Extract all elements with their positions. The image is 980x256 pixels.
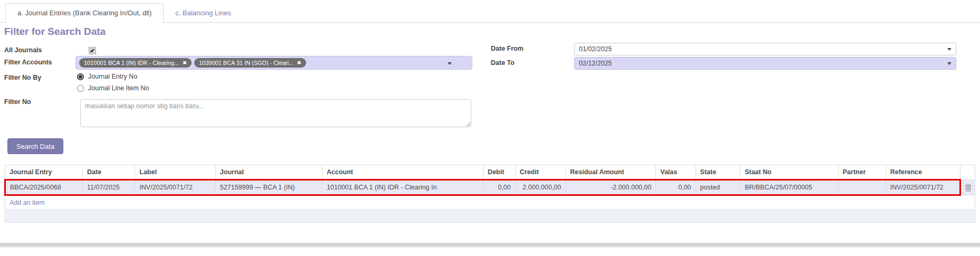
add-item-row: Add an item bbox=[5, 195, 975, 210]
tab-bar: a. Journal Entries (Bank Clearing In/Out… bbox=[0, 3, 980, 23]
col-state[interactable]: State bbox=[696, 165, 740, 180]
radio-journal-entry-no[interactable]: Journal Entry No bbox=[77, 73, 137, 80]
page: a. Journal Entries (Bank Clearing In/Out… bbox=[0, 0, 980, 256]
cell-date[interactable]: 11/07/2025 bbox=[83, 180, 135, 195]
col-delete bbox=[960, 165, 975, 180]
radio-unselected-icon[interactable] bbox=[77, 85, 84, 92]
caret-down-icon[interactable] bbox=[947, 48, 952, 51]
trash-icon bbox=[965, 184, 972, 192]
col-residual-amount[interactable]: Residual Amount bbox=[566, 165, 656, 180]
date-from-label: Date From bbox=[491, 45, 524, 52]
filter-accounts-label: Filter Accounts bbox=[4, 59, 52, 66]
cell-label[interactable]: INV/2025/0071/72 bbox=[135, 180, 216, 195]
tag-remove-icon[interactable]: ✖ bbox=[183, 58, 187, 68]
account-tag-label: 1039001 BCA 31 IN (SGD) - Cleari... bbox=[199, 58, 293, 68]
filter-no-input[interactable] bbox=[80, 99, 471, 127]
radio-journal-line-item-no[interactable]: Journal Line Item No bbox=[77, 84, 149, 92]
radio-selected-icon[interactable] bbox=[77, 73, 84, 80]
col-journal-entry[interactable]: Journal Entry bbox=[5, 165, 83, 180]
cell-account[interactable]: 1010001 BCA 1 (IN) IDR - Clearing In bbox=[322, 180, 483, 195]
col-debit[interactable]: Debit bbox=[483, 165, 516, 180]
cell-debit[interactable]: 0,00 bbox=[483, 180, 516, 195]
caret-down-icon[interactable] bbox=[947, 62, 952, 65]
bottom-divider-line bbox=[0, 246, 980, 248]
cell-journal-entry[interactable]: BBCA/2025/0068 bbox=[5, 180, 83, 195]
tab-balancing-lines[interactable]: c. Balancing Lines bbox=[164, 4, 243, 22]
empty-row-cell bbox=[5, 210, 975, 223]
account-tag: 1039001 BCA 31 IN (SGD) - Cleari... ✖ bbox=[194, 58, 306, 68]
cell-valas[interactable]: 0,00 bbox=[656, 180, 696, 195]
caret-down-icon[interactable] bbox=[448, 62, 452, 65]
journal-entries-table: Journal Entry Date Label Journal Account… bbox=[4, 165, 975, 223]
cell-credit[interactable]: 2.000.000,00 bbox=[515, 180, 566, 195]
col-reference[interactable]: Reference bbox=[886, 165, 960, 180]
filter-accounts-field[interactable]: 1010001 BCA 1 (IN) IDR - Clearing... ✖ 1… bbox=[75, 56, 472, 70]
date-to-input[interactable]: 02/12/2025 bbox=[574, 57, 956, 70]
account-tag: 1010001 BCA 1 (IN) IDR - Clearing... ✖ bbox=[79, 58, 192, 68]
radio-journal-entry-no-label: Journal Entry No bbox=[88, 73, 137, 80]
all-journals-checkbox[interactable]: ✔ bbox=[89, 47, 96, 54]
date-from-input[interactable]: 01/02/2025 bbox=[574, 43, 956, 55]
all-journals-label: All Journals bbox=[4, 46, 42, 54]
add-an-item-link[interactable]: Add an item bbox=[5, 195, 975, 210]
cell-state[interactable]: posted bbox=[696, 180, 740, 195]
table-row[interactable]: BBCA/2025/0068 11/07/2025 INV/2025/0071/… bbox=[5, 180, 975, 195]
col-credit[interactable]: Credit bbox=[515, 165, 566, 180]
cell-staat-no[interactable]: BR/BBCA/25/07/00005 bbox=[740, 180, 839, 195]
date-from-value: 01/02/2025 bbox=[579, 45, 612, 53]
col-valas[interactable]: Valas bbox=[656, 165, 696, 180]
account-tag-label: 1010001 BCA 1 (IN) IDR - Clearing... bbox=[84, 58, 179, 68]
col-date[interactable]: Date bbox=[83, 165, 135, 180]
tab-journal-entries[interactable]: a. Journal Entries (Bank Clearing In/Out… bbox=[5, 3, 164, 23]
date-to-value: 02/12/2025 bbox=[579, 60, 612, 67]
radio-journal-line-item-no-label: Journal Line Item No bbox=[88, 84, 149, 92]
page-title: Filter for Search Data bbox=[4, 26, 106, 37]
col-partner[interactable]: Partner bbox=[838, 165, 886, 180]
search-data-button[interactable]: Search Data bbox=[7, 138, 63, 154]
cell-partner[interactable] bbox=[838, 180, 886, 195]
col-account[interactable]: Account bbox=[322, 165, 483, 180]
table-header-row: Journal Entry Date Label Journal Account… bbox=[5, 165, 975, 180]
filter-no-label: Filter No bbox=[4, 98, 31, 106]
tag-remove-icon[interactable]: ✖ bbox=[297, 58, 301, 68]
check-icon: ✔ bbox=[90, 48, 94, 54]
col-staat-no[interactable]: Staat No bbox=[740, 165, 839, 180]
empty-row bbox=[5, 210, 975, 223]
cell-journal[interactable]: 527159999 — BCA 1 (IN) bbox=[215, 180, 322, 195]
cell-residual-amount[interactable]: -2.000.000,00 bbox=[566, 180, 656, 195]
bottom-divider bbox=[0, 243, 980, 246]
col-journal[interactable]: Journal bbox=[215, 165, 322, 180]
delete-row-cell[interactable] bbox=[960, 180, 975, 195]
date-to-label: Date To bbox=[491, 59, 515, 67]
col-label[interactable]: Label bbox=[135, 165, 216, 180]
filter-no-by-label: Filter No By bbox=[4, 74, 41, 81]
cell-reference[interactable]: INV/2025/0071/72 bbox=[886, 180, 960, 195]
